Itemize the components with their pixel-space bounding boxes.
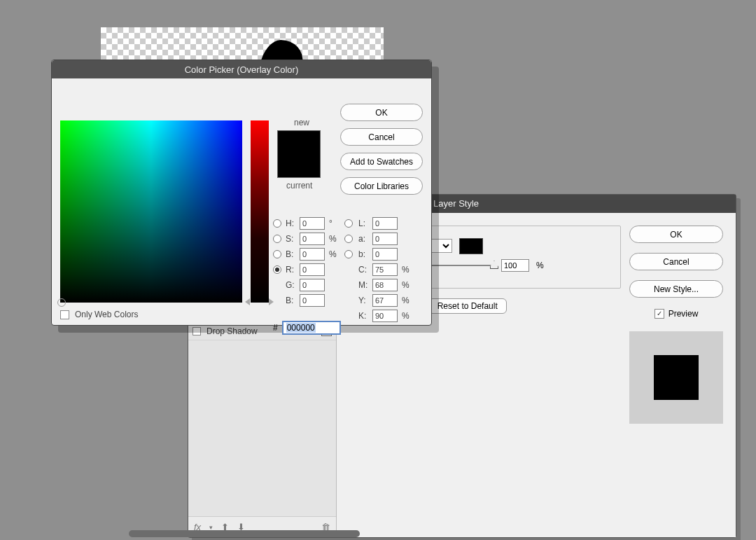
color-input-grid: H: 0 ° L: 0 S: 0 % a: 0 B: 0 % b: 0 [273,217,433,322]
new-current-swatch[interactable] [277,130,321,178]
a-input[interactable]: 0 [372,233,398,245]
r-input[interactable]: 0 [300,263,325,276]
g-input[interactable]: 0 [300,279,325,291]
l-label: L: [358,219,371,228]
horizontal-scrollbar[interactable] [129,530,360,537]
m-label: M: [358,280,371,290]
new-label: new [294,118,309,127]
pct-label: % [402,296,414,305]
deg-label: ° [329,219,343,228]
preview-checkbox[interactable] [654,309,664,319]
r-radio[interactable] [273,265,281,274]
a-label: a: [358,234,371,244]
h-input[interactable]: 0 [300,217,325,230]
current-label: current [286,181,312,191]
c-input[interactable]: 75 [372,263,398,276]
percent-label: % [536,261,544,270]
cp-cancel-button[interactable]: Cancel [340,128,423,146]
only-web-colors-label: Only Web Colors [75,310,138,319]
opacity-input[interactable] [501,259,529,272]
k-label: K: [358,311,371,321]
g-label: G: [286,280,298,290]
pct-label: % [402,265,414,275]
blab-input[interactable]: 0 [372,248,398,261]
h-label: H: [286,219,298,228]
y-label: Y: [358,296,371,305]
s-input[interactable]: 0 [300,233,325,245]
hue-slider-marker [245,298,250,305]
layer-style-right-panel: OK Cancel New Style... Preview [629,226,723,525]
c-label: C: [358,265,371,275]
ls-ok-button[interactable]: OK [629,226,723,243]
bv-label: B: [286,249,298,259]
blab-label: b: [358,249,371,259]
blab-radio[interactable] [344,250,353,258]
bv-radio[interactable] [273,250,281,258]
l-input[interactable]: 0 [372,217,398,230]
reset-default-button[interactable]: Reset to Default [428,298,507,314]
preview-box [629,331,723,424]
preview-swatch [654,355,699,400]
r-label: R: [286,265,298,275]
pct-label: % [402,311,414,321]
ls-cancel-button[interactable]: Cancel [629,253,723,270]
b-label: B: [286,296,298,305]
bv-input[interactable]: 0 [300,248,325,261]
only-web-colors-checkbox[interactable] [60,310,69,319]
pct-label: % [329,249,343,259]
a-radio[interactable] [344,235,353,243]
y-input[interactable]: 67 [372,294,398,307]
preview-label: Preview [668,309,699,319]
cp-add-swatch-button[interactable]: Add to Swatches [340,153,423,170]
hue-slider[interactable] [251,120,269,303]
s-radio[interactable] [273,235,281,243]
s-label: S: [286,234,298,244]
ls-new-style-button[interactable]: New Style... [629,280,723,298]
cp-color-libraries-button[interactable]: Color Libraries [340,177,423,195]
hash-label: # [273,323,278,333]
pct-label: % [402,280,414,290]
m-input[interactable]: 68 [372,279,398,291]
hex-input[interactable]: 000000 [282,321,341,335]
h-radio[interactable] [273,219,281,228]
pct-label: % [329,234,343,244]
overlay-color-swatch[interactable] [459,238,483,254]
color-field-cursor [57,298,66,307]
color-field[interactable] [60,120,242,303]
effect-label: Drop Shadow [206,326,258,336]
effect-checkbox[interactable] [192,327,201,335]
color-picker-dialog: Color Picker (Overlay Color) new current… [51,60,432,326]
b-input[interactable]: 0 [300,294,325,307]
color-picker-title: Color Picker (Overlay Color) [52,60,431,78]
k-input[interactable]: 90 [372,310,398,322]
l-radio[interactable] [344,219,353,228]
cp-ok-button[interactable]: OK [340,104,423,121]
